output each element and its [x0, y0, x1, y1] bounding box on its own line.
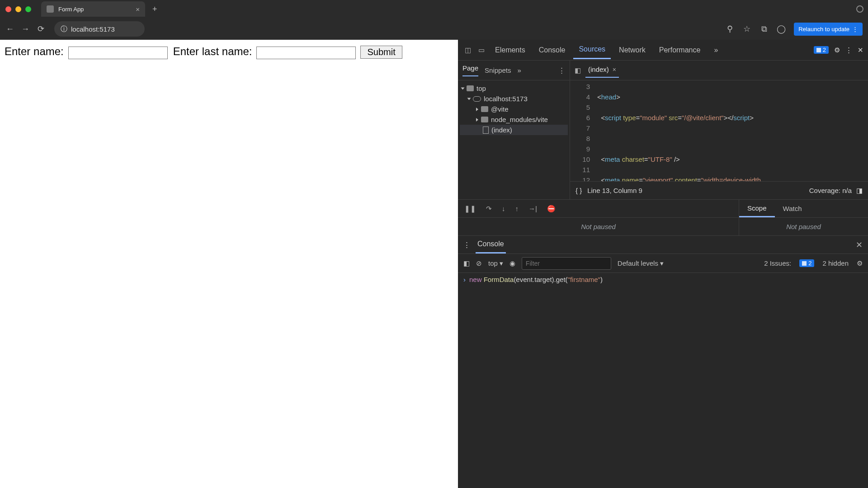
- step-icon[interactable]: →|: [528, 205, 537, 212]
- forward-button[interactable]: →: [21, 24, 30, 33]
- navigator-tab-page[interactable]: Page: [462, 64, 478, 76]
- devtools-tabs: ◫ ▭ Elements Console Sources Network Per…: [458, 40, 868, 61]
- coverage-label: Coverage: n/a: [809, 187, 852, 194]
- step-into-icon[interactable]: ↓: [502, 205, 505, 212]
- search-tabs-icon[interactable]: [856, 5, 863, 13]
- token-close: ): [600, 276, 603, 283]
- navigator-kebab-icon[interactable]: ⋮: [558, 66, 565, 75]
- submit-button[interactable]: Submit: [360, 46, 402, 59]
- tab-title: Form App: [58, 6, 84, 13]
- url-text: localhost:5173: [71, 25, 115, 33]
- issues-link[interactable]: 2: [799, 259, 814, 267]
- console-filter-input[interactable]: [522, 257, 611, 270]
- maximize-window-icon[interactable]: [25, 6, 31, 12]
- console-drawer: ⋮ Console ✕ ◧ ⊘ top ▾ ◉ Default levels ▾…: [458, 236, 868, 488]
- minimize-window-icon[interactable]: [15, 6, 21, 12]
- device-toolbar-icon[interactable]: ▭: [476, 45, 487, 56]
- tab-network[interactable]: Network: [613, 42, 651, 59]
- file-tree: top localhost:5173 @vite node_modules/vi…: [458, 80, 570, 199]
- tab-watch[interactable]: Watch: [775, 201, 810, 216]
- step-over-icon[interactable]: ↷: [486, 205, 492, 213]
- rendered-page: Enter name: Enter last name: Submit: [0, 40, 458, 488]
- tree-label: top: [476, 84, 486, 92]
- tabs-overflow-icon[interactable]: »: [708, 42, 723, 59]
- console-settings-gear-icon[interactable]: ⚙: [857, 259, 863, 267]
- deactivate-breakpoints-icon[interactable]: ⛔: [547, 205, 556, 213]
- log-levels-selector[interactable]: Default levels ▾: [618, 259, 664, 267]
- tab-performance[interactable]: Performance: [654, 42, 706, 59]
- tree-row[interactable]: localhost:5173: [460, 94, 568, 104]
- tree-row-selected[interactable]: (index): [460, 125, 568, 135]
- levels-label: Default levels: [618, 259, 658, 267]
- first-name-label: Enter name:: [5, 45, 64, 57]
- call-stack-not-paused: Not paused: [458, 218, 739, 235]
- issues-badge[interactable]: 2: [814, 46, 829, 54]
- tab-sources[interactable]: Sources: [573, 41, 611, 59]
- tree-label: @vite: [491, 105, 509, 113]
- tree-row[interactable]: top: [460, 83, 568, 94]
- pause-button-icon[interactable]: ❚❚: [464, 205, 476, 213]
- execution-context-selector[interactable]: top ▾: [488, 259, 503, 267]
- address-bar[interactable]: ⓘ localhost:5173: [54, 21, 145, 37]
- file-tab-index[interactable]: (index) ×: [585, 63, 619, 78]
- console-line[interactable]: › new FormData(event.target).get("firstn…: [463, 276, 863, 283]
- window-controls: [5, 6, 31, 12]
- expand-caret-icon[interactable]: ›: [463, 276, 466, 283]
- kebab-icon[interactable]: ⋮: [845, 46, 852, 54]
- toggle-sidebar-icon[interactable]: ◧: [463, 259, 470, 267]
- toggle-sidebar-icon[interactable]: ◨: [856, 187, 863, 195]
- context-label: top: [488, 259, 498, 267]
- favicon-icon: [47, 5, 54, 13]
- tree-row[interactable]: node_modules/vite: [460, 114, 568, 125]
- code-editor[interactable]: 345678910111213 <head> <script type="mod…: [570, 80, 868, 199]
- close-drawer-icon[interactable]: ✕: [856, 240, 863, 250]
- close-file-tab-icon[interactable]: ×: [613, 66, 616, 73]
- settings-gear-icon[interactable]: ⚙: [834, 46, 840, 54]
- relaunch-button[interactable]: Relaunch to update ⋮: [794, 23, 863, 36]
- step-out-icon[interactable]: ↑: [515, 205, 519, 212]
- back-button[interactable]: ←: [5, 24, 14, 33]
- console-kebab-icon[interactable]: ⋮: [463, 241, 470, 249]
- extensions-icon[interactable]: ⧉: [760, 24, 769, 33]
- scope-not-paused: Not paused: [739, 218, 868, 235]
- chevron-down-icon: [467, 98, 471, 100]
- profile-icon[interactable]: ◯: [777, 24, 786, 33]
- last-name-input[interactable]: [256, 47, 356, 59]
- reload-button[interactable]: ⟳: [36, 24, 45, 33]
- scope-watch-tabs: Scope Watch: [739, 200, 868, 217]
- tree-label: node_modules/vite: [491, 116, 548, 123]
- console-output[interactable]: › new FormData(event.target).get("firstn…: [458, 273, 868, 488]
- browser-toolbar: ← → ⟳ ⓘ localhost:5173 ⚲ ☆ ⧉ ◯ Relaunch …: [0, 18, 868, 40]
- browser-tab[interactable]: Form App ×: [41, 1, 145, 17]
- navigator-tab-snippets[interactable]: Snippets: [485, 66, 511, 74]
- live-expression-icon[interactable]: ◉: [509, 259, 515, 267]
- close-devtools-icon[interactable]: ✕: [858, 46, 863, 54]
- inspect-element-icon[interactable]: ◫: [462, 45, 473, 56]
- navigator-overflow-icon[interactable]: »: [517, 66, 521, 74]
- issues-label: 2 Issues:: [764, 259, 791, 267]
- close-tab-icon[interactable]: ×: [136, 5, 140, 13]
- first-name-input[interactable]: [68, 47, 168, 59]
- tree-row[interactable]: @vite: [460, 104, 568, 114]
- chevron-right-icon: [476, 108, 478, 111]
- tree-label: localhost:5173: [484, 95, 528, 103]
- toggle-navigator-icon[interactable]: ◧: [575, 66, 581, 75]
- chevron-down-icon: ▾: [500, 259, 503, 267]
- token-rest: (event.target).get(: [514, 276, 567, 283]
- zoom-icon[interactable]: ⚲: [725, 24, 734, 33]
- tab-elements[interactable]: Elements: [490, 42, 531, 59]
- editor-status-bar: { } Line 13, Column 9 Coverage: n/a ◨: [570, 181, 868, 199]
- bookmark-star-icon[interactable]: ☆: [742, 24, 751, 33]
- close-window-icon[interactable]: [5, 6, 11, 12]
- console-drawer-title[interactable]: Console: [476, 236, 506, 253]
- pretty-print-icon[interactable]: { }: [576, 187, 582, 194]
- new-tab-button[interactable]: +: [149, 5, 161, 14]
- clear-console-icon[interactable]: ⊘: [476, 259, 482, 267]
- editor-file-tabs: ◧ (index) ×: [570, 61, 868, 80]
- tab-scope[interactable]: Scope: [739, 200, 775, 217]
- tab-console[interactable]: Console: [533, 42, 571, 59]
- hidden-count[interactable]: 2 hidden: [822, 259, 849, 267]
- code-content[interactable]: <head> <script type="module" src="/@vite…: [594, 80, 868, 181]
- paused-status-row: Not paused Not paused: [458, 218, 868, 236]
- site-info-icon[interactable]: ⓘ: [61, 25, 67, 33]
